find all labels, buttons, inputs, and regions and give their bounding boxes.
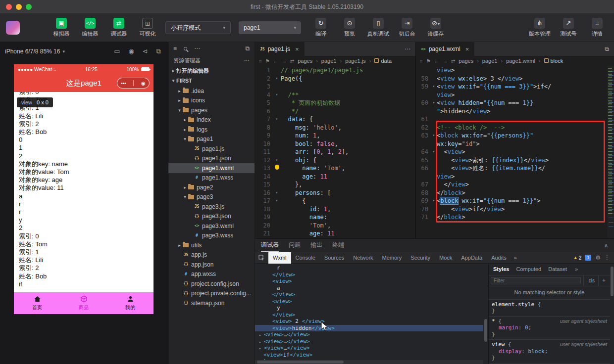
cls-toggle-button[interactable]: .cls xyxy=(583,275,598,286)
swap-icon[interactable]: ⇄ xyxy=(290,58,294,64)
wxml-node[interactable]: ▸<view>…</view> xyxy=(255,345,483,352)
styles-filter-input[interactable] xyxy=(491,277,581,284)
tree-item-project-private-config[interactable]: {}project.private.config... xyxy=(168,289,255,299)
mini-program-screen[interactable]: ●●●●● WeChat ≈ 16:25 100% 这是page1 ••• ◉ xyxy=(14,64,154,314)
toolbar-simulator-button[interactable]: ▣模拟器 xyxy=(51,18,72,38)
tabs-overflow-icon[interactable]: » xyxy=(571,264,581,275)
expand-arrow-icon[interactable]: ▸ xyxy=(259,332,264,339)
forward-icon[interactable]: → xyxy=(443,58,448,64)
search-icon[interactable] xyxy=(184,45,187,52)
toolbar-preview-button[interactable]: ⊙预览 xyxy=(339,18,360,38)
wxml-node[interactable]: <view> xyxy=(255,278,483,285)
toolbar-version-control-button[interactable]: ⋔版本管理 xyxy=(529,18,551,38)
tree-item-page3[interactable]: ▾page3 xyxy=(168,192,255,202)
tree-item-page1-wxss[interactable]: #page1.wxss xyxy=(168,173,255,183)
styles-tab-computed[interactable]: Computed xyxy=(512,264,545,275)
devtools-tab-console[interactable]: Console xyxy=(291,252,320,264)
styles-tab-dataset[interactable]: Dataset xyxy=(545,264,570,275)
toolbar-debugger-button[interactable]: ⇄调试器 xyxy=(108,18,130,38)
tree-item-page3-wxml[interactable]: <>page3.wxml xyxy=(168,221,255,231)
code-editor-js[interactable]: 1// pages/page1/page1.js2▾Page({34▾ /**5… xyxy=(255,66,415,238)
gear-icon[interactable]: ⚙ xyxy=(595,254,601,261)
record-icon[interactable]: ◉ xyxy=(128,47,134,55)
devtools-tab-memory[interactable]: Memory xyxy=(378,252,407,264)
panel-tab[interactable]: 问题 xyxy=(289,239,301,252)
devtools-tab-network[interactable]: Network xyxy=(349,252,377,264)
wxml-node[interactable]: </view> xyxy=(255,312,483,318)
tree-scrollbar[interactable] xyxy=(483,264,488,364)
tree-item-page1-json[interactable]: {}page1.json xyxy=(168,154,255,164)
tabs-overflow-icon[interactable]: » xyxy=(511,255,520,261)
tree-item-page1[interactable]: ▾page1 xyxy=(168,135,255,144)
tree-item-project-config-json[interactable]: {}project.config.json xyxy=(168,279,255,289)
toolbar-test-account-button[interactable]: ↗测试号 xyxy=(558,18,579,38)
wxml-node[interactable]: r xyxy=(255,265,483,272)
tree-item-page3-js[interactable]: JSpage3.js xyxy=(168,202,255,212)
back-icon[interactable]: ← xyxy=(434,58,439,64)
wxml-node[interactable]: a xyxy=(255,285,483,292)
toolbar-remote-debug-button[interactable]: ▯真机调试 xyxy=(367,18,389,38)
tabbar-item-home[interactable]: 首页 xyxy=(14,292,60,314)
device-frame-icon[interactable]: ▭ xyxy=(114,47,120,55)
css-selector[interactable]: view xyxy=(492,341,505,348)
wxml-node[interactable]: <view> xyxy=(255,298,483,305)
css-selector[interactable]: element.style xyxy=(492,301,534,308)
tree-item-page1-wxml[interactable]: <>page1.wxml xyxy=(168,163,255,173)
tree-item-app-js[interactable]: JSapp.js xyxy=(168,250,255,260)
wxml-node[interactable]: <view>if</view> xyxy=(255,352,483,359)
tab-page1-wxml[interactable]: <> page1.wxml × xyxy=(416,42,474,56)
bookmark-icon[interactable]: ⚑ xyxy=(265,58,270,64)
code-editor-wxml[interactable]: view>58<view wx:else> 3 </view>59▾<view … xyxy=(416,66,614,238)
breadcrumb-item[interactable]: block xyxy=(544,58,563,64)
toolbar-visualization-button[interactable]: ⊞可视化 xyxy=(137,18,158,38)
wxml-node[interactable]: </view> xyxy=(255,291,483,298)
breadcrumb-item[interactable]: pages xyxy=(298,58,312,64)
tree-item-page2[interactable]: ▸page2 xyxy=(168,182,255,192)
wxml-node[interactable]: <view> 2 </view> xyxy=(255,318,483,325)
wxml-node[interactable]: y xyxy=(255,305,483,312)
css-selector[interactable]: * xyxy=(492,318,495,324)
tree-item-app-wxss[interactable]: #app.wxss xyxy=(168,270,255,279)
scrollbar-thumb[interactable] xyxy=(484,319,487,342)
mute-icon[interactable]: ⊲ xyxy=(143,47,148,55)
avatar[interactable] xyxy=(6,21,20,35)
breadcrumb-item[interactable]: page1 xyxy=(482,58,498,64)
tree-item-page3-json[interactable]: {}page3.json xyxy=(168,212,255,222)
tree-item-pages[interactable]: ▾pages xyxy=(168,105,255,115)
tree-item-utils[interactable]: ▸utils xyxy=(168,240,255,250)
scrollbar-thumb[interactable] xyxy=(257,361,344,364)
close-tab-icon[interactable]: × xyxy=(295,46,299,53)
devtools-tab-mock[interactable]: Mock xyxy=(435,252,457,264)
tree-item-logs[interactable]: ▸logs xyxy=(168,125,255,135)
device-selector[interactable]: iPhone 6/7/8 85% 16 ▾ xyxy=(5,48,65,55)
exit-miniprogram-icon[interactable]: ◉ xyxy=(141,81,146,86)
tabbar-item-goods[interactable]: 商品 xyxy=(60,292,107,314)
breadcrumb-item[interactable]: page1 xyxy=(321,58,337,64)
tree-item-index[interactable]: ▸index xyxy=(168,115,255,125)
open-editors-section[interactable]: ▸ 打开的编辑器 xyxy=(168,66,255,76)
toolbar-details-button[interactable]: ≡详情 xyxy=(586,18,608,38)
tree-item-app-json[interactable]: {}app.json xyxy=(168,260,255,270)
tree-item-icons[interactable]: ▸icons xyxy=(168,96,255,106)
panel-layout-icon[interactable]: ⧉ xyxy=(245,45,250,52)
editor-more-icon[interactable]: ⋯ xyxy=(400,42,415,56)
forward-icon[interactable]: → xyxy=(282,58,287,64)
screenshot-icon[interactable]: ⧉ xyxy=(156,47,161,55)
swap-icon[interactable]: ⇄ xyxy=(451,58,455,64)
devtools-tab-sources[interactable]: Sources xyxy=(320,252,349,264)
menu-icon[interactable]: ≡ xyxy=(173,45,177,52)
devtools-tab-audits[interactable]: Audits xyxy=(487,252,511,264)
breadcrumb-item[interactable]: pages xyxy=(459,58,473,64)
menu-icon[interactable]: ≡ xyxy=(420,58,423,64)
tree-item-page1-js[interactable]: JSpage1.js xyxy=(168,144,255,154)
panel-tab[interactable]: 调试器 xyxy=(261,239,279,252)
panel-tab[interactable]: 输出 xyxy=(310,239,322,252)
collapse-panel-icon[interactable]: ∧ xyxy=(604,242,608,249)
styles-scrollbar[interactable] xyxy=(610,264,614,364)
page-select[interactable]: page1 ▾ xyxy=(239,21,301,34)
toolbar-clear-cache-button[interactable]: ⊘▾清缓存 xyxy=(425,18,447,38)
scrollbar-thumb[interactable] xyxy=(611,267,614,296)
capsule-menu[interactable]: ••• ◉ xyxy=(117,78,150,89)
minimap[interactable] xyxy=(607,66,614,238)
breadcrumb-item[interactable]: page1.js xyxy=(345,58,366,64)
